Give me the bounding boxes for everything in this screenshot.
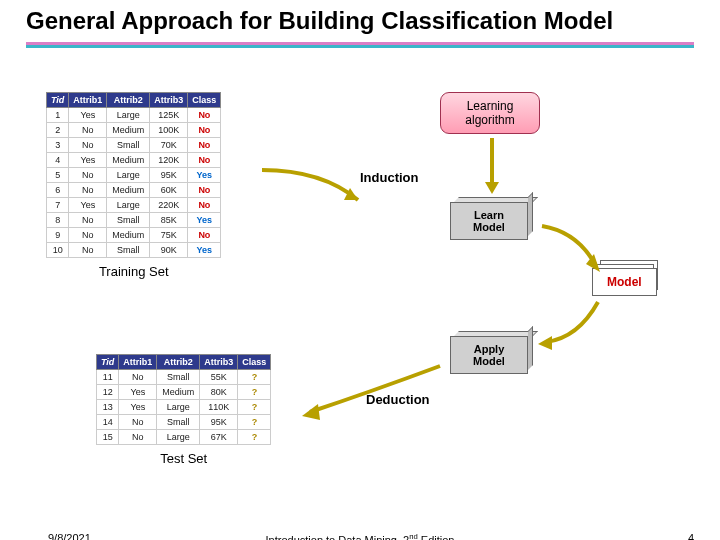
arrow-learn-to-model (538, 222, 618, 282)
training-caption: Training Set (46, 264, 221, 279)
test-table-wrap: TidAttrib1Attrib2Attrib3Class 11NoSmall5… (96, 354, 271, 466)
test-table: TidAttrib1Attrib2Attrib3Class 11NoSmall5… (96, 354, 271, 445)
training-table: TidAttrib1Attrib2Attrib3Class 1YesLarge1… (46, 92, 221, 258)
learning-algorithm-label: Learning algorithm (465, 99, 514, 127)
learn-model-box: Learn Model (450, 202, 528, 240)
svg-marker-4 (302, 404, 320, 420)
col-header: Attrib3 (150, 93, 188, 108)
table-row: 8NoSmall85KYes (47, 213, 221, 228)
table-row: 7YesLarge220KNo (47, 198, 221, 213)
col-header: Attrib1 (69, 93, 107, 108)
learning-algorithm-box: Learning algorithm (440, 92, 540, 134)
col-header: Attrib3 (200, 355, 238, 370)
slide-title: General Approach for Building Classifica… (0, 0, 720, 40)
arrow-algorithm-to-learn (480, 134, 510, 204)
arrow-training-to-induction (258, 150, 388, 220)
apply-model-label: Apply Model (473, 343, 505, 367)
training-table-wrap: TidAttrib1Attrib2Attrib3Class 1YesLarge1… (46, 92, 221, 279)
rule-blue (26, 45, 694, 48)
col-header: Attrib2 (157, 355, 200, 370)
arrow-model-to-apply (538, 298, 618, 356)
col-header: Tid (97, 355, 119, 370)
footer-date: 9/8/2021 (48, 532, 91, 540)
test-caption: Test Set (96, 451, 271, 466)
table-row: 13YesLarge110K? (97, 400, 271, 415)
table-row: 2NoMedium100KNo (47, 123, 221, 138)
footer-page: 4 (688, 532, 694, 540)
table-row: 1YesLarge125KNo (47, 108, 221, 123)
svg-marker-1 (485, 182, 499, 194)
table-row: 10NoSmall90KYes (47, 243, 221, 258)
table-row: 9NoMedium75KNo (47, 228, 221, 243)
table-row: 11NoSmall55K? (97, 370, 271, 385)
col-header: Class (188, 93, 221, 108)
table-row: 14NoSmall95K? (97, 415, 271, 430)
col-header: Class (238, 355, 271, 370)
table-row: 4YesMedium120KNo (47, 153, 221, 168)
table-row: 15NoLarge67K? (97, 430, 271, 445)
col-header: Attrib2 (107, 93, 150, 108)
col-header: Attrib1 (119, 355, 157, 370)
svg-marker-3 (538, 336, 552, 350)
col-header: Tid (47, 93, 69, 108)
table-row: 5NoLarge95KYes (47, 168, 221, 183)
footer-title: Introduction to Data Mining, 2nd Edition (266, 532, 455, 540)
table-row: 6NoMedium60KNo (47, 183, 221, 198)
table-row: 3NoSmall70KNo (47, 138, 221, 153)
apply-model-box: Apply Model (450, 336, 528, 374)
table-row: 12YesMedium80K? (97, 385, 271, 400)
learn-model-label: Learn Model (473, 209, 505, 233)
arrow-apply-to-deduction (300, 362, 450, 432)
